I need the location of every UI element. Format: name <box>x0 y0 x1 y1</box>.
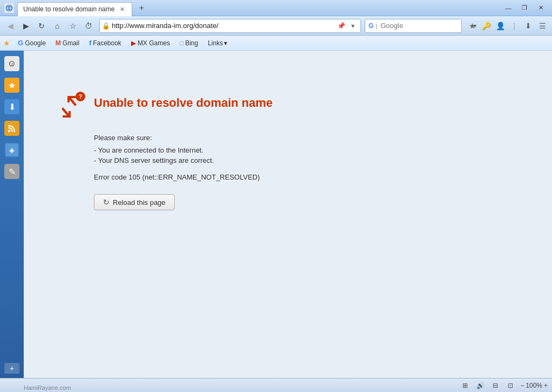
status-right: ⊞ 🔊 ⊟ ⊡ − 100% + <box>460 380 548 391</box>
bookmark-links[interactable]: Links ▾ <box>203 38 231 48</box>
back-button[interactable]: ◀ <box>3 19 17 33</box>
address-input[interactable] <box>112 22 336 30</box>
bookmark-facebook[interactable]: f Facebook <box>85 38 126 48</box>
error-code: Error code 105 (net::ERR_NAME_NOT_RESOLV… <box>94 173 520 181</box>
bookmarks-bar: ★ G Google M Gmail f Facebook ▶ MX Games… <box>0 36 552 51</box>
error-title: Unable to resolve domain name <box>94 94 272 110</box>
sidebar-add-button[interactable]: + <box>4 363 19 374</box>
bookmark-google-label: Google <box>25 39 46 47</box>
bookmark-gmail-label: Gmail <box>63 39 79 47</box>
new-tab-button[interactable]: + <box>134 2 148 14</box>
sidebar-item-rss[interactable] <box>2 119 22 138</box>
status-bar: ⊞ 🔊 ⊟ ⊡ − 100% + <box>0 378 552 392</box>
bookmark-mxgames-label: MX Games <box>138 39 170 47</box>
bookmark-mxgames[interactable]: ▶ MX Games <box>127 38 174 48</box>
error-header: ? Unable to resolve domain name <box>56 94 520 123</box>
bookmark-bing[interactable]: □ Bing <box>175 38 202 48</box>
right-nav-icons: ★ 🔑 👤 | ⬇ ☰ <box>466 19 549 32</box>
note-icon: ◈ <box>4 142 19 157</box>
window-controls: — ❐ ✕ <box>501 3 548 13</box>
main-layout: ☺ ★ ⬇ ◈ ✎ + <box>0 51 552 378</box>
address-icons: 📌 ▾ <box>336 20 358 31</box>
mxgames-icon: ▶ <box>131 39 136 47</box>
home-button[interactable]: ⌂ <box>50 19 64 33</box>
tab-close-button[interactable]: ✕ <box>118 5 126 13</box>
sidebar-bottom: + <box>4 363 19 374</box>
key-icon[interactable]: 🔑 <box>480 19 493 32</box>
zoom-plus[interactable]: + <box>544 382 548 389</box>
search-bar[interactable]: G | ▾ <box>365 19 462 33</box>
face-icon: ☺ <box>4 56 19 71</box>
error-icon-area: ? <box>56 94 83 123</box>
sidebar-item-download[interactable]: ⬇ <box>2 97 22 116</box>
tab-title: Unable to resolve domain name <box>23 5 114 13</box>
search-divider: | <box>376 23 377 29</box>
status-monitor-icon[interactable]: ⊞ <box>460 380 471 391</box>
error-make-sure: Please make sure: <box>94 134 520 142</box>
reload-page-button[interactable]: ↻ Reload this page <box>94 194 175 210</box>
error-container: ? Unable to resolve domain name Please m… <box>24 51 552 232</box>
search-engine-label: G <box>369 22 373 30</box>
bookmark-facebook-label: Facebook <box>93 39 121 47</box>
status-zoom: − 100% + <box>520 382 548 389</box>
star-icon[interactable]: ★ <box>466 19 479 32</box>
error-body: Please make sure: - You are connected to… <box>94 134 520 210</box>
navigation-bar: ◀ ▶ ↻ ⌂ ☆ ⏱ 🔒 📌 ▾ G | ▾ ★ 🔑 👤 | ⬇ ☰ <box>0 16 552 36</box>
google-icon: G <box>18 39 23 47</box>
svg-rect-3 <box>8 130 10 132</box>
search-input[interactable] <box>380 22 471 30</box>
zoom-level: 100% <box>526 382 542 389</box>
sidebar: ☺ ★ ⬇ ◈ ✎ + <box>0 51 24 378</box>
sidebar-item-note[interactable]: ◈ <box>2 140 22 160</box>
bookmark-google[interactable]: G Google <box>13 38 50 48</box>
history-button[interactable]: ⏱ <box>81 19 96 33</box>
content-area: ? Unable to resolve domain name Please m… <box>24 51 552 378</box>
browser-icon <box>4 3 14 13</box>
status-window-icon[interactable]: ⊡ <box>505 380 516 391</box>
facebook-icon: f <box>89 39 91 47</box>
error-item-internet: - You are connected to the Internet. <box>94 146 520 154</box>
bookmark-bing-label: Bing <box>185 39 198 47</box>
maximize-button[interactable]: ❐ <box>517 3 531 13</box>
zoom-minus[interactable]: − <box>520 382 524 389</box>
nav-divider: | <box>508 19 521 32</box>
gmail-icon: M <box>56 39 61 47</box>
close-button[interactable]: ✕ <box>534 3 548 13</box>
favorites-icon: ★ <box>4 78 19 93</box>
bing-icon: □ <box>180 39 183 47</box>
sidebar-item-face[interactable]: ☺ <box>2 54 22 73</box>
active-tab[interactable]: Unable to resolve domain name ✕ <box>17 2 132 16</box>
bookmark-gmail[interactable]: M Gmail <box>51 38 84 48</box>
pin-icon[interactable]: 📌 <box>336 20 346 31</box>
address-bar[interactable]: 🔒 📌 ▾ <box>99 19 361 33</box>
bookmark-button[interactable]: ☆ <box>66 19 80 33</box>
edit-icon: ✎ <box>4 164 19 179</box>
reload-button[interactable]: ↻ <box>35 19 49 33</box>
person-icon[interactable]: 👤 <box>494 19 507 32</box>
forward-button[interactable]: ▶ <box>19 19 33 33</box>
reload-icon: ↻ <box>103 198 110 207</box>
minimize-button[interactable]: — <box>501 3 515 13</box>
download-sidebar-icon: ⬇ <box>4 99 19 114</box>
bookmark-links-dropdown: ▾ <box>224 39 227 47</box>
dropdown-icon[interactable]: ▾ <box>347 20 358 31</box>
error-question-icon: ? <box>76 92 85 101</box>
download-icon[interactable]: ⬇ <box>522 19 535 32</box>
status-sound-icon[interactable]: 🔊 <box>475 380 486 391</box>
address-lock-icon: 🔒 <box>102 22 110 30</box>
reload-button-label: Reload this page <box>113 198 166 207</box>
title-bar: Unable to resolve domain name ✕ + — ❐ ✕ <box>0 0 552 16</box>
sidebar-item-favorites[interactable]: ★ <box>2 75 22 95</box>
error-item-dns: - Your DNS server settings are correct. <box>94 156 520 164</box>
sidebar-item-edit[interactable]: ✎ <box>2 162 22 181</box>
bookmark-links-label: Links <box>208 39 223 47</box>
menu-icon[interactable]: ☰ <box>536 19 549 32</box>
status-fullscreen-icon[interactable]: ⊟ <box>490 380 501 391</box>
bookmarks-star-icon[interactable]: ★ <box>3 39 10 47</box>
rss-icon <box>4 121 19 136</box>
